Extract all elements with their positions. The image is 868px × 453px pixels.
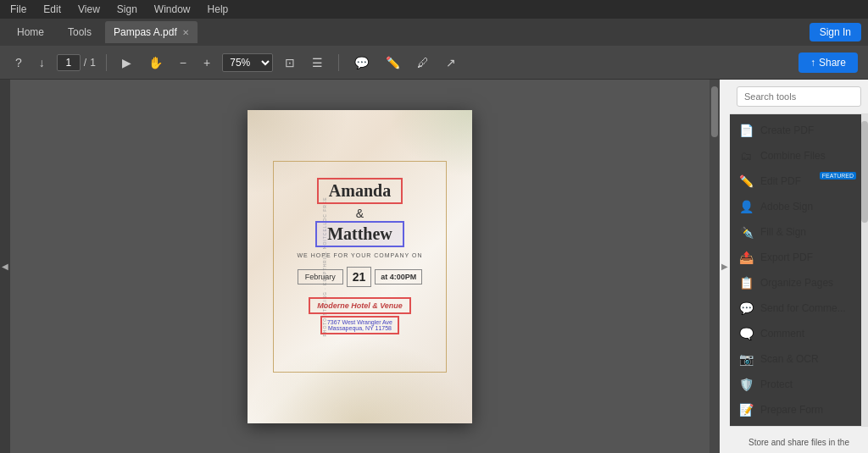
tool-item-create-pdf[interactable]: 📄Create PDF [730,118,861,143]
menu-view[interactable]: View [75,2,103,17]
tab-bar: Home Tools Pampas A.pdf ✕ Sign In [0,19,868,46]
menu-help[interactable]: Help [204,2,232,17]
pdf-month: February [298,269,343,285]
signin-button[interactable]: Sign In [810,23,861,41]
menu-bar: File Edit View Sign Window Help [0,0,868,19]
combine-files-label: Combine Files [760,150,826,162]
tool-item-scan-ocr[interactable]: 📷Scan & OCR [730,346,861,372]
protect-icon: 🛡️ [738,377,754,392]
pdf-name1: Amanda [317,178,403,204]
pdf-page: PHOTO STYLING · KEEPTHRILL NOITCELLOC FR… [248,110,472,423]
right-panel: 📄Create PDF🗂Combine Files✏️Edit PDFFEATU… [730,80,868,453]
separator-2 [338,54,339,71]
pdf-scrollbar[interactable] [709,80,720,453]
tab-tools[interactable]: Tools [58,21,102,43]
tool-item-prepare-form[interactable]: 📝Prepare Form [730,397,861,423]
annotate-icon[interactable]: 🖊 [412,52,434,73]
page-input[interactable] [57,54,81,71]
adobe-sign-icon: 👤 [738,199,754,214]
tool-item-protect[interactable]: 🛡️Protect [730,372,861,397]
main-area: ◀ PHOTO STYLING · KEEPTHRILL NOITCELLOC … [0,80,868,453]
prev-page-icon[interactable]: ↓ [34,52,50,73]
comment-icon: 🗨️ [738,326,754,341]
toolbar: ? ↓ / 1 ▶ ✋ − + 75% 50% 100% 125% ⊡ ☰ 💬 … [0,46,868,80]
export-pdf-label: Export PDF [760,251,813,263]
tab-home[interactable]: Home [7,21,54,43]
tab-file[interactable]: Pampas A.pdf ✕ [105,21,198,43]
share-button[interactable]: ↑ Share [798,52,858,73]
right-panel-inner: 📄Create PDF🗂Combine Files✏️Edit PDFFEATU… [730,114,868,426]
tool-item-adobe-sign[interactable]: 👤Adobe Sign [730,194,861,219]
scan-ocr-label: Scan & OCR [760,353,819,365]
edit-pdf-icon: ✏️ [738,174,754,189]
pdf-venue-name: Moderne Hotel & Venue [317,301,403,310]
tool-item-organize-pages[interactable]: 📋Organize Pages [730,270,861,296]
pdf-address2: Massapequa, NY 11758 [327,325,392,331]
tool-item-combine-files[interactable]: 🗂Combine Files [730,143,861,168]
zoom-out-icon[interactable]: − [175,52,192,73]
menu-window[interactable]: Window [151,2,194,17]
pdf-time: at 4:00PM [375,269,422,285]
right-panel-header [730,80,868,114]
organize-pages-label: Organize Pages [760,277,833,289]
tool-item-fill-sign[interactable]: ✒️Fill & Sign [730,219,861,245]
right-scroll-thumb[interactable] [861,121,868,223]
pdf-address: 7367 West Wrangler Ave Massapequa, NY 11… [320,316,399,334]
cursor-icon[interactable]: ▶ [117,52,136,73]
pdf-content: Amanda & Matthew WE HOPE FOR YOUR COMPAN… [248,110,472,423]
menu-sign[interactable]: Sign [114,2,141,17]
create-pdf-icon: 📄 [738,123,754,138]
pdf-amp: & [356,207,364,220]
signin-label: Sign In [820,26,851,38]
fill-sign-icon: ✒️ [738,224,754,240]
separator-1 [106,54,107,71]
create-pdf-toolbar-icon[interactable]: ☰ [307,52,328,73]
right-panel-scrollbar[interactable] [861,114,868,426]
tool-item-comment[interactable]: 🗨️Comment [730,321,861,346]
zoom-in-icon[interactable]: + [198,52,215,73]
tool-item-send-comment[interactable]: 💬Send for Comme... [730,296,861,321]
left-arrow-icon: ◀ [2,262,8,271]
pdf-viewer[interactable]: PHOTO STYLING · KEEPTHRILL NOITCELLOC FR… [10,80,709,453]
adobe-sign-label: Adobe Sign [760,201,813,213]
page-separator: / [84,57,86,69]
search-tools-input[interactable] [737,86,861,107]
draw-icon[interactable]: ✏️ [381,52,405,73]
zoom-select[interactable]: 75% 50% 100% 125% [222,53,273,72]
tool-item-export-pdf[interactable]: 📤Export PDF [730,245,861,270]
organize-pages-icon: 📋 [738,275,754,290]
pdf-day: 21 [347,267,372,287]
pdf-venue: Moderne Hotel & Venue [309,297,411,314]
left-panel-toggle[interactable]: ◀ [0,80,10,453]
page-total: 1 [90,57,96,69]
right-panel-toggle[interactable]: ▶ [720,80,730,453]
scan-ocr-icon: 📷 [738,351,754,367]
fit-page-icon[interactable]: ⊡ [280,52,300,73]
menu-file[interactable]: File [7,2,30,17]
share-label: Share [819,57,846,69]
comment-toolbar-icon[interactable]: 💬 [349,52,374,73]
pdf-background: PHOTO STYLING · KEEPTHRILL NOITCELLOC FR… [248,110,472,423]
protect-label: Protect [760,378,793,390]
menu-edit[interactable]: Edit [40,2,64,17]
combine-files-icon: 🗂 [738,148,754,163]
comment-label: Comment [760,328,804,340]
send-comment-icon: 💬 [738,301,754,316]
share-toolbar-icon[interactable]: ↗ [441,52,461,73]
hand-icon[interactable]: ✋ [143,52,168,73]
help-icon[interactable]: ? [10,52,27,73]
pdf-name2: Matthew [315,221,404,247]
tool-item-edit-pdf[interactable]: ✏️Edit PDFFEATURED [730,168,861,194]
edit-pdf-label: Edit PDF [760,175,801,187]
prepare-form-label: Prepare Form [760,404,823,416]
share-icon: ↑ [810,57,815,69]
featured-badge: FEATURED [820,172,856,180]
tools-list: 📄Create PDF🗂Combine Files✏️Edit PDFFEATU… [730,114,861,426]
pdf-date-row: February 21 at 4:00PM [298,267,423,287]
right-arrow-icon: ▶ [721,262,728,271]
tab-close-icon[interactable]: ✕ [182,28,189,37]
fill-sign-label: Fill & Sign [760,226,806,238]
pdf-scroll-thumb[interactable] [711,86,718,137]
page-navigation: / 1 [57,54,96,71]
send-comment-label: Send for Comme... [760,302,846,314]
